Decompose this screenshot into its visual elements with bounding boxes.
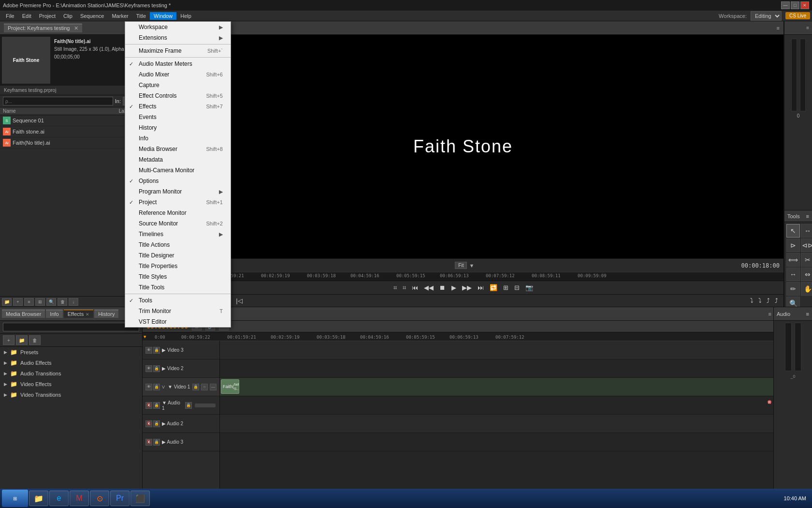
menu-effects[interactable]: ✓ Effects Shift+7 bbox=[125, 101, 231, 112]
menu-item-label: Multi-Camera Monitor bbox=[139, 167, 194, 174]
menu-metadata[interactable]: Metadata bbox=[125, 154, 231, 165]
menu-item-label: Metadata bbox=[139, 156, 163, 163]
shortcut-label: Shift+5 bbox=[206, 93, 223, 99]
check-icon: ✓ bbox=[129, 298, 133, 304]
menu-project[interactable]: ✓ Project Shift+1 bbox=[125, 197, 231, 208]
submenu-arrow: ▶ bbox=[219, 24, 223, 30]
menu-item-label: Source Monitor bbox=[139, 220, 178, 227]
menu-item-label: Capture bbox=[139, 82, 160, 89]
shortcut-label: Shift+` bbox=[207, 48, 223, 54]
menu-item-label: Title Styles bbox=[139, 273, 167, 280]
check-icon: ✓ bbox=[129, 178, 133, 184]
menu-item-label: History bbox=[139, 124, 157, 131]
menu-vst-editor[interactable]: VST Editor bbox=[125, 316, 231, 327]
dropdown-overlay[interactable]: Workspace ▶ Extensions ▶ Maximize Frame … bbox=[0, 0, 812, 508]
menu-info[interactable]: Info bbox=[125, 133, 231, 144]
menu-item-label: Maximize Frame bbox=[139, 47, 182, 54]
menu-title-actions[interactable]: Title Actions bbox=[125, 239, 231, 250]
menu-item-label: Timelines bbox=[139, 231, 163, 238]
menu-item-label: Title Tools bbox=[139, 284, 164, 291]
check-icon: ✓ bbox=[129, 104, 133, 110]
menu-options[interactable]: ✓ Options bbox=[125, 176, 231, 186]
menu-item-label: Program Monitor bbox=[139, 188, 182, 195]
shortcut-label: T bbox=[219, 308, 223, 314]
menu-item-label: Reference Monitor bbox=[139, 209, 187, 216]
menu-item-label: Trim Monitor bbox=[139, 308, 171, 314]
menu-title-properties[interactable]: Title Properties bbox=[125, 261, 231, 271]
menu-item-label: Info bbox=[139, 135, 148, 142]
menu-tools[interactable]: ✓ Tools bbox=[125, 295, 231, 306]
submenu-arrow: ▶ bbox=[219, 231, 223, 238]
menu-capture[interactable]: Capture bbox=[125, 80, 231, 90]
menu-item-label: VST Editor bbox=[139, 318, 167, 325]
shortcut-label: Shift+8 bbox=[206, 146, 223, 152]
menu-item-label: Media Browser bbox=[139, 146, 177, 152]
menu-source-monitor[interactable]: Source Monitor Shift+2 bbox=[125, 218, 231, 229]
shortcut-label: Shift+1 bbox=[206, 199, 223, 205]
menu-events[interactable]: Events bbox=[125, 112, 231, 122]
menu-item-label: Options bbox=[139, 178, 159, 184]
menu-maximize-frame[interactable]: Maximize Frame Shift+` bbox=[125, 45, 231, 56]
menu-item-label: Workspace bbox=[139, 24, 168, 30]
menu-effect-controls[interactable]: Effect Controls Shift+5 bbox=[125, 90, 231, 101]
menu-title-tools[interactable]: Title Tools bbox=[125, 282, 231, 293]
shortcut-label: Shift+6 bbox=[206, 72, 223, 77]
menu-multi-camera[interactable]: Multi-Camera Monitor bbox=[125, 165, 231, 176]
menu-item-label: Extensions bbox=[139, 34, 167, 41]
menu-title-designer[interactable]: Title Designer bbox=[125, 250, 231, 261]
separator bbox=[125, 44, 231, 45]
window-dropdown-menu: Workspace ▶ Extensions ▶ Maximize Frame … bbox=[125, 21, 231, 328]
menu-audio-master-meters[interactable]: ✓ Audio Master Meters bbox=[125, 59, 231, 69]
menu-media-browser[interactable]: Media Browser Shift+8 bbox=[125, 144, 231, 154]
menu-reference-monitor[interactable]: Reference Monitor bbox=[125, 208, 231, 218]
menu-trim-monitor[interactable]: Trim Monitor T bbox=[125, 306, 231, 316]
menu-item-label: Title Actions bbox=[139, 241, 170, 248]
menu-extensions[interactable]: Extensions ▶ bbox=[125, 32, 231, 43]
check-icon: ✓ bbox=[129, 61, 133, 67]
check-icon: ✓ bbox=[129, 199, 133, 206]
menu-item-label: Effect Controls bbox=[139, 92, 176, 99]
separator bbox=[125, 57, 231, 58]
menu-program-monitor[interactable]: Program Monitor ▶ bbox=[125, 186, 231, 197]
shortcut-label: Shift+2 bbox=[206, 221, 223, 226]
menu-item-label: Title Designer bbox=[139, 252, 174, 259]
menu-timelines[interactable]: Timelines ▶ bbox=[125, 229, 231, 239]
separator bbox=[125, 294, 231, 294]
menu-item-label: Tools bbox=[139, 297, 152, 304]
menu-title-styles[interactable]: Title Styles bbox=[125, 271, 231, 282]
submenu-arrow: ▶ bbox=[219, 35, 223, 41]
menu-audio-mixer[interactable]: Audio Mixer Shift+6 bbox=[125, 69, 231, 80]
menu-item-label: Audio Master Meters bbox=[139, 60, 192, 67]
menu-item-label: Title Properties bbox=[139, 263, 177, 269]
shortcut-label: Shift+7 bbox=[206, 104, 223, 109]
menu-history[interactable]: History bbox=[125, 122, 231, 133]
menu-item-label: Effects bbox=[139, 103, 156, 110]
menu-item-label: Events bbox=[139, 114, 157, 120]
menu-workspace[interactable]: Workspace ▶ bbox=[125, 22, 231, 32]
submenu-arrow: ▶ bbox=[219, 189, 223, 195]
menu-item-label: Audio Mixer bbox=[139, 71, 169, 78]
menu-item-label: Project bbox=[139, 199, 157, 206]
